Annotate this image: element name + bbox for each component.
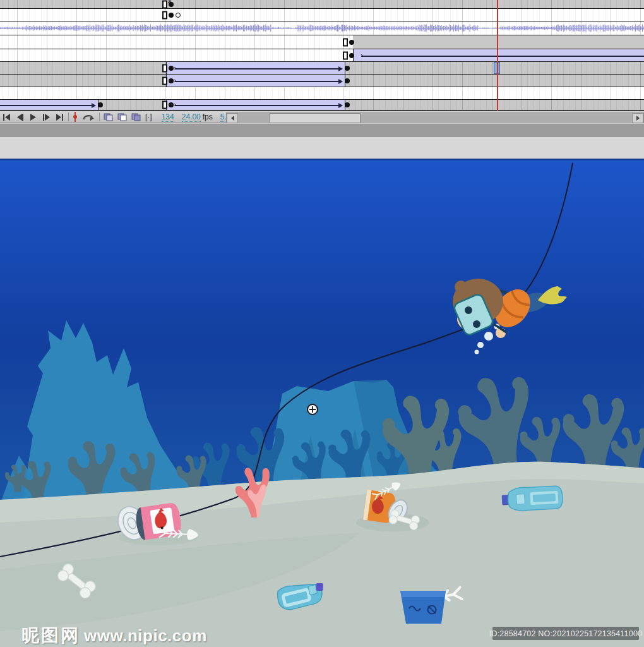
watermark-id-text: ID:28584702 NO:20210225172135411000	[489, 629, 642, 638]
timeline-row-8[interactable]	[0, 87, 644, 100]
right-arrow-icon	[636, 116, 640, 121]
span-end-marker[interactable]	[162, 11, 167, 19]
timeline-row-7[interactable]: ›	[0, 75, 644, 87]
keyframe-dot[interactable]	[98, 102, 103, 107]
step-back-icon	[16, 114, 24, 121]
step-back-button[interactable]	[13, 112, 27, 122]
tween-line	[175, 68, 342, 70]
diver-hair-tuft	[455, 281, 467, 293]
stage-top-edge	[0, 159, 644, 160]
keyframe-dot[interactable]	[349, 53, 354, 58]
bubble	[484, 332, 493, 341]
stage-canvas[interactable]	[0, 159, 644, 647]
span-end-marker[interactable]	[343, 51, 348, 59]
step-forward-icon	[42, 114, 51, 121]
scrollbar-right-arrow[interactable]	[632, 113, 643, 123]
timeline-toolbar: [·] 134 24.00fps 5.5s	[0, 111, 644, 123]
span-end-marker[interactable]	[162, 64, 167, 72]
play-icon	[29, 114, 37, 121]
timeline-row-2[interactable]	[0, 9, 644, 21]
timeline-row-4[interactable]	[0, 35, 644, 49]
loop-playback-icon[interactable]	[80, 113, 97, 121]
onion-skin-icon[interactable]	[102, 113, 116, 121]
span-end-marker[interactable]	[343, 38, 348, 46]
bubble	[475, 350, 479, 354]
keyframe-dot[interactable]	[169, 78, 174, 83]
scrollbar-left-arrow[interactable]	[227, 113, 238, 123]
timeline-panel[interactable]: a››››	[0, 0, 644, 111]
timeline-row-9[interactable]: ›	[0, 100, 644, 111]
span-end-marker[interactable]	[162, 76, 167, 85]
watermark-id-badge: ID:28584702 NO:20210225172135411000	[492, 627, 639, 640]
playhead-marker-icon[interactable]	[71, 112, 80, 122]
keyframe-dot[interactable]	[169, 102, 174, 107]
watermark-site: 昵图网www.nipic.com	[21, 624, 207, 647]
onion-skin-outlines-icon[interactable]	[116, 113, 129, 121]
tween-line	[175, 105, 342, 106]
timeline-scrollbar[interactable]	[226, 112, 644, 124]
step-forward-button[interactable]	[40, 112, 53, 122]
timeline-row-6[interactable]: ›	[0, 62, 644, 75]
go-first-frame-button[interactable]	[0, 112, 13, 122]
keyframe-dot[interactable]	[169, 13, 174, 18]
frame-action-label: a	[168, 0, 171, 4]
current-frame-value[interactable]: 134	[162, 112, 174, 122]
audio-waveform	[0, 21, 644, 35]
span-end-marker[interactable]	[162, 101, 167, 109]
timeline-row-5[interactable]: ›	[0, 49, 644, 62]
diver-eye	[473, 320, 480, 328]
keyframe-dot[interactable]	[169, 66, 174, 71]
empty-keyframe-ring[interactable]	[176, 13, 181, 18]
tween-start-chevron: ›	[360, 51, 364, 58]
scrollbar-thumb[interactable]	[270, 113, 361, 123]
path-registration-icon[interactable]	[307, 404, 318, 414]
span-end-marker[interactable]	[162, 0, 167, 8]
playhead[interactable]	[497, 0, 498, 111]
frame-rate-value[interactable]: 24.00	[182, 112, 201, 122]
tween-line	[361, 56, 644, 57]
keyframe-dot[interactable]	[345, 78, 350, 83]
play-button[interactable]	[27, 112, 40, 122]
fps-label: fps	[203, 112, 213, 121]
panel-divider	[0, 123, 644, 137]
tween-line	[175, 81, 342, 82]
modify-markers-icon[interactable]: [·]	[143, 112, 154, 121]
timeline-row-1[interactable]: a	[0, 0, 644, 9]
left-arrow-icon	[231, 116, 234, 121]
bubble	[477, 342, 484, 348]
watermark-site-name: 昵图网	[21, 626, 80, 645]
go-first-icon	[3, 114, 11, 121]
timeline-row-audio[interactable]	[0, 21, 644, 35]
keyframe-dot[interactable]	[345, 102, 350, 107]
frame-span[interactable]	[353, 35, 644, 49]
go-last-icon	[56, 114, 64, 121]
tween-line	[0, 105, 95, 106]
edit-multiple-frames-icon[interactable]	[129, 113, 143, 121]
pasteboard	[0, 137, 644, 159]
keyframe-dot[interactable]	[345, 66, 350, 71]
diver-eye	[465, 306, 472, 314]
flash-editor-window: a›››› [·] 134 24.00fps	[0, 0, 644, 647]
keyframe-dot[interactable]	[349, 40, 354, 45]
go-last-frame-button[interactable]	[53, 112, 66, 122]
watermark-site-url: www.nipic.com	[84, 626, 207, 645]
